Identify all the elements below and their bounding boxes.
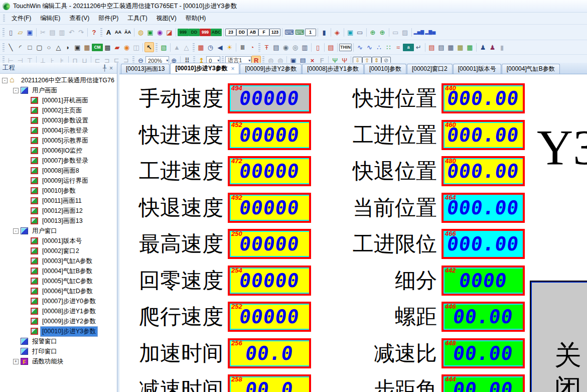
digital-input-button[interactable]: 23 (225, 29, 236, 36)
tree-group-user-windows[interactable]: - 用户窗口 (0, 226, 117, 236)
tree-screen-00012[interactable]: [00012]画面12 (0, 206, 117, 216)
scatter-chart-button[interactable]: ∴ (374, 42, 384, 52)
expand-toggle-icon[interactable]: + (13, 359, 19, 364)
static-text-button[interactable]: A (104, 27, 113, 37)
expand-toggle-icon[interactable]: - (13, 228, 19, 234)
digital-display-button[interactable]: 999 (178, 29, 189, 36)
roundrect-tool[interactable]: ▢ (35, 42, 44, 52)
tree-screen-00005[interactable]: [00005]示教界面 (0, 136, 117, 146)
tree-window-00007[interactable]: [00007]步进Y0参数 (0, 296, 117, 306)
tree-window-00001[interactable]: [00001]版本号 (0, 236, 117, 246)
menu-tools[interactable]: 工具(T) (123, 13, 152, 24)
qrcode-tool[interactable]: ▩ (103, 42, 112, 52)
tab-00004-cylinder-b[interactable]: [00004]气缸B参数 (502, 64, 560, 74)
data-grid-button[interactable]: ▦ (446, 42, 456, 52)
event-doc-button[interactable]: ▤ (326, 42, 336, 52)
tree-group-function-blocks[interactable]: + 函数功能块 (0, 356, 117, 366)
polygon-tool[interactable]: △ (54, 42, 63, 52)
rect-tool[interactable]: □ (25, 42, 35, 52)
select-cursor-button[interactable]: ↖ (144, 42, 154, 52)
event-list-button[interactable]: ▤ (436, 42, 446, 52)
tree-group-user-screens[interactable]: - 用户画面 (0, 85, 117, 95)
edit-canvas[interactable]: 手动速度 494 00000 快进速度 452 00000 工进速度 (119, 74, 587, 392)
backlight-part-button[interactable]: ☀ (225, 42, 234, 52)
operator-button[interactable]: ♟ (478, 42, 488, 52)
tree-window-00009[interactable]: [00009]步进Y2参数 (0, 316, 117, 326)
tree-screen-00011[interactable]: [00011]画面11 (0, 196, 117, 206)
menu-view[interactable]: 查看(V) (65, 13, 94, 24)
operator2-button[interactable]: ♟ (488, 42, 497, 52)
text-display-button[interactable]: ABC (211, 29, 222, 36)
tree-window-00008[interactable]: [00008]步进Y1参数 (0, 306, 117, 316)
tree-window-00004[interactable]: [00004]气缸B参数 (0, 266, 117, 276)
data-input-field[interactable]: 442 0000 (442, 266, 525, 296)
ascii-input-button[interactable]: AB (247, 29, 258, 36)
time-trend-button[interactable]: ∿ (365, 42, 374, 52)
menu-display[interactable]: 视图(V) (152, 13, 181, 24)
data-input-field[interactable]: 452 00000 (228, 120, 311, 150)
menu-parts[interactable]: 部件(P) (94, 13, 123, 24)
tree-screen-00013[interactable]: [00013]画面13 (0, 216, 117, 226)
plain-rect-button[interactable]: ▭ (391, 27, 400, 37)
alarm-bell2-button[interactable]: ◎ (290, 42, 300, 52)
tree-screen-00009[interactable]: [00009]运行界面 (0, 176, 117, 186)
tree-window-00003[interactable]: [00003]气缸A参数 (0, 256, 117, 266)
trend-chart-button[interactable]: ∿ (355, 42, 365, 52)
variable-text-button[interactable]: ÄA (123, 27, 132, 37)
set-data-button[interactable]: 123 (269, 29, 280, 36)
data-input-field[interactable]: 252 00000 (228, 302, 311, 332)
tab-00010-params[interactable]: [00010]参数 (364, 64, 406, 74)
data-input-field[interactable]: 480 000.00 (442, 156, 525, 186)
ellipse-tool[interactable]: ○ (44, 42, 54, 52)
menu-help[interactable]: 帮助(H) (181, 13, 211, 24)
buzzer-part-button[interactable]: ◀ (215, 42, 225, 52)
recipe-transfer-button[interactable]: ◈ (333, 27, 342, 37)
tree-window-00002[interactable]: [00002]窗口2 (0, 246, 117, 256)
keyboard-button[interactable]: ⌨ (284, 27, 295, 37)
device-part-button[interactable]: ▥ (300, 42, 310, 52)
xy-curve-button[interactable]: ≈ (393, 42, 403, 52)
paint-tool[interactable]: ▰ (112, 42, 122, 52)
image-tool[interactable]: ▦ (82, 42, 92, 52)
screen-jump-button[interactable]: ◪ (165, 27, 174, 37)
keypad-part-button[interactable]: ▤ (271, 42, 281, 52)
data-input-field[interactable]: 440 000.00 (442, 83, 525, 113)
meter-part-button[interactable]: ◔ (247, 42, 257, 52)
tab-00001-version[interactable]: [00001]版本号 (453, 64, 501, 74)
user-key-button[interactable]: 1 (305, 29, 316, 36)
close-window-button[interactable]: 关闭 (530, 281, 587, 392)
line-tool[interactable]: ╲ (6, 42, 16, 52)
data-input-field[interactable]: 472 00000 (228, 156, 311, 186)
tree-screen-00003[interactable]: [00003]参数设置 (0, 115, 117, 125)
tree-root[interactable]: - 20211206中空工装通用信捷TG76 (0, 75, 117, 85)
menu-edit[interactable]: 编辑(E) (36, 13, 65, 24)
data-input-field[interactable]: 466 000.00 (442, 229, 525, 259)
tree-screen-00010[interactable]: [00010]参数 (0, 186, 117, 196)
tab-00002-window2[interactable]: [00002]窗口2 (407, 64, 453, 74)
data-input-field[interactable]: 448 00.00 (442, 338, 525, 368)
tree-screen-00001[interactable]: [00001]开机画面 (0, 95, 117, 105)
data-display-button[interactable]: DD (189, 29, 200, 36)
clock-part-button[interactable]: ◷ (206, 42, 215, 52)
power-part-button[interactable]: ▯ (313, 42, 323, 52)
line-return-button[interactable]: ↵ (414, 42, 423, 52)
data-input-field[interactable]: 258 00.0 (228, 374, 311, 392)
hatch-rect-button[interactable]: ▨ (400, 27, 410, 37)
data-input-field[interactable]: 464 000.00 (442, 193, 525, 223)
sample-export-button[interactable]: ▦ (465, 42, 475, 52)
open-file-button[interactable]: ▱ (16, 27, 25, 37)
data-input-field[interactable]: 444 00.00 (442, 374, 525, 392)
function-key-button[interactable]: F (258, 29, 269, 36)
tree-screen-00007[interactable]: [00007]参数登录 (0, 156, 117, 166)
frame-tool[interactable]: ▣ (73, 42, 82, 52)
font-a-button[interactable]: a (403, 44, 414, 51)
thin-client-button[interactable]: THIN (339, 44, 352, 51)
window-part-button[interactable]: ▣ (346, 27, 355, 37)
alarm-digital-button[interactable]: 999 (200, 29, 211, 36)
cm-tool[interactable]: CM (92, 44, 103, 51)
menu-file[interactable]: 文件(F) (7, 13, 36, 24)
bar-graph-button[interactable]: ▂▅▇ (413, 27, 425, 37)
scale-part-button[interactable]: Ⅲ (238, 42, 247, 52)
data-input-field[interactable]: 256 00.0 (228, 338, 311, 368)
expand-toggle-icon[interactable]: - (2, 78, 8, 83)
